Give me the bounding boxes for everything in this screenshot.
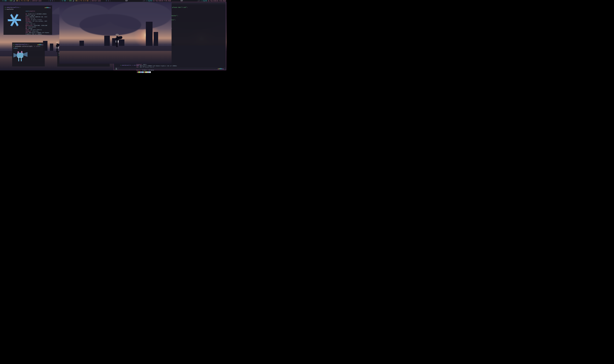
- mini-pane-status: ⬤ 2: [115, 67, 225, 69]
- workspace-icon[interactable]: ○: [60, 0, 61, 2]
- prompt-user: emmet: [7, 7, 11, 8]
- cpu-pct: 68%: [4, 0, 7, 2]
- pokemon-name: zubat: [14, 47, 43, 49]
- wallpaper: [59, 0, 172, 64]
- theme-icon: ◎: [30, 0, 31, 2]
- nf-shell: zsh 5.9: [30, 24, 35, 25]
- nf-os: NixOS 23.11.20230603.d49825 (Tapir) x86_…: [26, 13, 46, 16]
- volume-pct: 40%: [16, 0, 18, 2]
- neofetch-info: emmet@snowfire --------------- OS: NixOS…: [26, 11, 51, 35]
- color-swatches: [136, 71, 151, 73]
- monitor-bottom: ○ ☰68% ⚡100% 🔊40% ◈7% (4.4 GB) ◎atelier-…: [59, 0, 172, 64]
- prompt-decoration-icon: [37, 43, 43, 45]
- theme-name: atelier-cave: [32, 0, 42, 2]
- terminal-pokemon[interactable]: ❯ emmet@snowfire:~ ❯ pokemon-colorscript…: [12, 42, 45, 66]
- nf-res: 1920x1080, 1920x1200: [34, 25, 47, 26]
- prompt-decoration-icon: [218, 67, 224, 69]
- battery-pct: 100%: [9, 0, 13, 2]
- mini-prompt: emmet@snowfire ~/.dotfiles: [122, 65, 139, 66]
- volume-icon: 🔊: [14, 0, 15, 2]
- cmd-neofetch: neofetch: [7, 8, 14, 10]
- nf-de: none+xmonad: [28, 26, 36, 28]
- cpu-icon: ☰: [2, 0, 3, 2]
- nowplaying-icon: ♪: [48, 0, 49, 2]
- status-bar[interactable]: ○ ☰68% ⚡100% 🔊40% ◈7% (4.4 GB) ◎atelier-…: [59, 0, 172, 2]
- nf-uptime: 17 hours, 6 mins: [31, 19, 42, 20]
- nf-term: alacritty: [32, 31, 38, 32]
- nf-cpu: AMD Ryzen 9 5900HX with Radeon Graphics …: [26, 32, 49, 35]
- memory-pct: 7% (4.4 GB): [21, 0, 29, 2]
- terminal-neofetch[interactable]: ❯ emmet@snowfire:~ ❯ neofetch emmet@snow…: [3, 5, 52, 35]
- memory-icon: ◈: [19, 0, 20, 2]
- prompt-decoration-icon: [44, 6, 51, 8]
- nf-kernel: 6.1.31: [31, 18, 35, 19]
- prompt-host: snowfire: [12, 7, 19, 8]
- nf-host: ASUSTeK COMPUTER INC. G513: [29, 16, 47, 18]
- nf-wm: xmonad: [28, 28, 32, 29]
- nixos-logo-icon: [5, 11, 24, 30]
- battery-icon: ⚡: [8, 0, 9, 2]
- workspace-icon[interactable]: ○: [1, 0, 1, 2]
- prompt-path: ~: [19, 7, 20, 8]
- cmd-pokemon: pokemon-colorscripts: [15, 46, 32, 47]
- nf-theme: adw-gtk3 [GTK2/3]: [30, 29, 42, 30]
- pokemon-sprite-icon: [14, 50, 28, 63]
